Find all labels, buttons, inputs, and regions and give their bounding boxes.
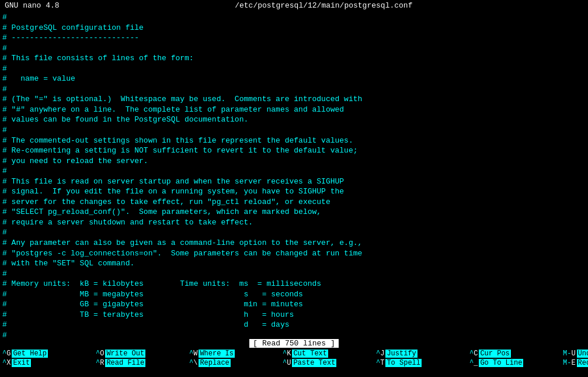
shortcut-key: M-E (563, 359, 576, 367)
shortcut-item: ^K Cut Text (280, 349, 374, 358)
shortcut-key: ^J (376, 350, 384, 358)
shortcut-key: ^G (2, 350, 11, 358)
shortcut-item: ^X Exit (0, 358, 93, 368)
shortcut-item: ^J Justify (374, 349, 467, 358)
shortcut-label: Redo (577, 359, 588, 367)
shortcut-label: Exit (12, 359, 31, 367)
shortcut-row-1: ^G Get Help^O Write Out^W Where Is^K Cut… (0, 349, 588, 358)
read-lines-badge: [ Read 750 lines ] (249, 339, 338, 348)
status-bar: [ Read 750 lines ] (0, 338, 588, 348)
shortcut-label: Cur Pos (479, 350, 510, 358)
shortcut-item: ^O Write Out (93, 349, 187, 358)
shortcut-item: ^G Get Help (0, 349, 93, 358)
editor-content: # # PostgreSQL configuration file # ----… (2, 12, 586, 338)
file-path: /etc/postgresql/12/main/postgresql.conf (235, 1, 412, 10)
shortcut-key: ^K (283, 350, 291, 358)
shortcut-item: ^R Read File (93, 358, 187, 368)
shortcut-item: ^T To Spell (374, 358, 467, 368)
shortcut-key: ^\ (189, 359, 197, 367)
shortcut-key: ^X (2, 359, 11, 367)
shortcut-key: ^U (283, 359, 291, 367)
shortcut-label: To Spell (385, 359, 422, 367)
bottom-bar: ^G Get Help^O Write Out^W Where Is^K Cut… (0, 348, 588, 368)
shortcut-key: ^_ (469, 359, 478, 367)
shortcut-label: Where Is (199, 350, 235, 358)
shortcut-item: ^\ Replace (187, 358, 280, 368)
shortcut-key: ^C (469, 350, 478, 358)
shortcut-label: Replace (199, 359, 230, 367)
shortcut-label: Go To Line (479, 359, 523, 367)
shortcut-key: ^R (96, 359, 104, 367)
title-bar: GNU nano 4.8 /etc/postgresql/12/main/pos… (0, 0, 588, 11)
app-name: GNU nano 4.8 (0, 1, 60, 10)
shortcut-label: Paste Text (292, 359, 336, 367)
shortcut-label: Cut Text (292, 350, 328, 358)
shortcut-key: ^W (189, 350, 197, 358)
shortcut-item: M-E Redo (561, 358, 588, 368)
shortcut-item: ^W Where Is (187, 349, 280, 358)
shortcut-label: Read File (105, 359, 145, 367)
shortcut-row-2: ^X Exit^R Read File^\ Replace^U Paste Te… (0, 358, 588, 368)
shortcut-label: Undo (577, 350, 588, 358)
shortcut-label: Write Out (105, 350, 145, 358)
shortcut-item: ^U Paste Text (280, 358, 374, 368)
shortcut-label: Get Help (12, 350, 48, 358)
shortcut-item: ^_ Go To Line (467, 358, 561, 368)
shortcut-label: Justify (385, 350, 417, 358)
shortcut-item: ^C Cur Pos (467, 349, 561, 358)
shortcut-key: ^O (96, 350, 104, 358)
shortcut-key: ^T (376, 359, 384, 367)
editor-area[interactable]: # # PostgreSQL configuration file # ----… (0, 11, 588, 338)
shortcut-key: M-U (563, 350, 576, 358)
shortcut-item: M-U Undo (561, 349, 588, 358)
